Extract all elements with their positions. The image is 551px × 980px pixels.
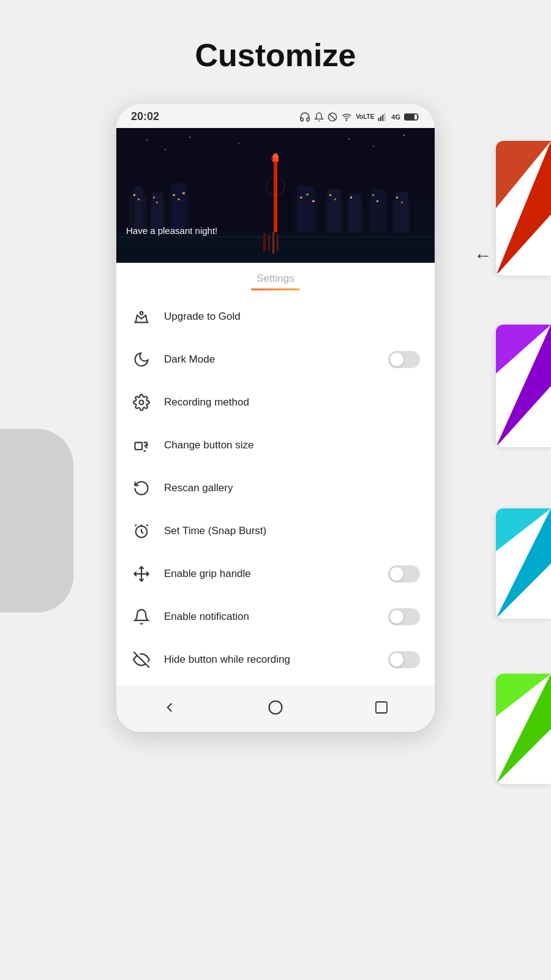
moon-icon <box>131 349 152 370</box>
svg-rect-14 <box>384 113 386 121</box>
svg-rect-55 <box>334 198 336 200</box>
svg-rect-13 <box>383 115 384 121</box>
status-time: 20:02 <box>131 110 159 123</box>
back-nav-button[interactable] <box>157 695 182 720</box>
hero-caption: Have a pleasant night! <box>126 225 217 236</box>
menu-item-hide-button[interactable]: Hide button while recording <box>116 638 435 681</box>
svg-rect-49 <box>312 200 315 202</box>
home-nav-button[interactable] <box>263 695 288 720</box>
dark-mode-toggle[interactable] <box>388 351 420 368</box>
menu-item-snap-burst[interactable]: Set Time (Snap Burst) <box>116 510 435 552</box>
button-size-label: Change button size <box>164 439 420 451</box>
svg-point-10 <box>346 119 347 120</box>
refresh-icon <box>131 478 152 499</box>
svg-rect-64 <box>396 197 398 198</box>
back-arrow-button[interactable]: ← <box>474 245 492 266</box>
notification-label: Enable notification <box>164 611 376 623</box>
eye-off-icon <box>131 649 152 670</box>
svg-rect-62 <box>372 194 374 196</box>
svg-rect-75 <box>135 442 143 450</box>
svg-rect-61 <box>413 202 435 232</box>
notification-toggle[interactable] <box>388 608 420 625</box>
svg-rect-12 <box>380 116 381 121</box>
menu-item-rescan-gallery[interactable]: Rescan gallery <box>116 467 435 510</box>
phone-frame: 20:02 <box>116 104 435 732</box>
headphone-icon <box>299 111 310 123</box>
svg-rect-34 <box>156 202 158 203</box>
svg-rect-63 <box>377 200 378 202</box>
grip-handle-toggle[interactable] <box>388 565 420 582</box>
dark-mode-label: Dark Mode <box>164 353 376 366</box>
move-icon <box>131 564 152 584</box>
svg-rect-69 <box>277 234 279 251</box>
menu-item-upgrade[interactable]: Upgrade to Gold <box>116 295 435 338</box>
upgrade-label: Upgrade to Gold <box>164 311 420 323</box>
menu-item-recording-method[interactable]: Recording method <box>116 381 435 424</box>
svg-rect-53 <box>349 194 361 232</box>
svg-rect-47 <box>300 197 302 198</box>
svg-point-42 <box>273 153 278 158</box>
svg-point-24 <box>403 135 405 136</box>
svg-point-19 <box>165 149 166 150</box>
svg-rect-31 <box>133 194 135 196</box>
signal-icon <box>378 112 388 122</box>
menu-item-notification[interactable]: Enable notification <box>116 595 435 638</box>
svg-point-21 <box>238 143 239 144</box>
svg-rect-65 <box>401 202 403 203</box>
svg-point-81 <box>269 701 282 714</box>
timer-icon <box>131 521 152 541</box>
crown-icon <box>131 306 152 327</box>
svg-rect-36 <box>171 183 187 232</box>
settings-content: Settings Upgrade to Gold <box>116 263 435 686</box>
svg-rect-66 <box>263 233 266 252</box>
svg-point-74 <box>140 401 144 405</box>
status-bar: 20:02 <box>116 104 435 128</box>
svg-point-20 <box>189 137 190 138</box>
menu-item-button-size[interactable]: Change button size <box>116 424 435 467</box>
battery-icon <box>404 112 420 122</box>
hide-button-label: Hide button while recording <box>164 654 376 666</box>
svg-point-18 <box>146 140 148 141</box>
menu-list: Upgrade to Gold Dark Mode <box>116 290 435 686</box>
dark-mode-toggle-knob <box>390 353 403 366</box>
settings-tab-underline <box>251 288 300 290</box>
deco-card-4 <box>496 674 551 784</box>
svg-rect-33 <box>153 197 155 198</box>
svg-rect-32 <box>138 198 140 200</box>
menu-item-dark-mode[interactable]: Dark Mode <box>116 338 435 381</box>
bottom-nav <box>116 686 435 732</box>
svg-rect-67 <box>268 235 270 251</box>
back-nav-icon <box>162 699 178 715</box>
svg-rect-68 <box>272 232 274 254</box>
recent-nav-button[interactable] <box>369 695 394 720</box>
hide-button-toggle-knob <box>390 653 403 666</box>
block-icon <box>328 112 337 122</box>
svg-rect-16 <box>405 114 414 119</box>
svg-rect-48 <box>306 194 309 195</box>
svg-rect-39 <box>182 192 185 194</box>
svg-rect-54 <box>329 194 331 196</box>
4g-icon: 4G <box>391 113 400 121</box>
svg-point-22 <box>348 138 350 140</box>
svg-line-9 <box>329 114 335 119</box>
notification-toggle-knob <box>390 610 403 624</box>
gear-icon <box>131 392 152 413</box>
deco-card-2 <box>496 325 551 447</box>
hide-button-toggle[interactable] <box>388 651 420 668</box>
recording-method-label: Recording method <box>164 396 420 409</box>
city-skyline-svg <box>116 128 435 263</box>
resize-icon <box>131 435 152 456</box>
bg-decoration-left <box>0 429 73 612</box>
svg-rect-43 <box>271 157 273 159</box>
svg-rect-11 <box>378 118 380 121</box>
wifi-icon <box>341 112 352 122</box>
hero-image: Have a pleasant night! <box>116 128 435 263</box>
bell-icon <box>131 606 152 627</box>
grip-handle-toggle-knob <box>390 567 403 581</box>
menu-item-grip-handle[interactable]: Enable grip handle <box>116 552 435 595</box>
volte-icon: VoLTE <box>356 113 374 120</box>
settings-tab[interactable]: Settings <box>116 263 435 290</box>
rescan-gallery-label: Rescan gallery <box>164 482 420 494</box>
svg-point-23 <box>373 146 374 147</box>
svg-rect-37 <box>173 194 175 196</box>
